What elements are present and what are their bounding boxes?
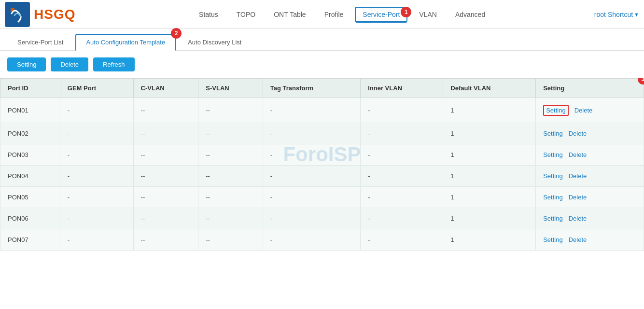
cell-default-vlan: 1 [443, 144, 536, 166]
table-row: PON03 - -- -- - - 1 Setting Delete [0, 144, 644, 166]
tab-service-port-list[interactable]: Service-Port List [7, 34, 73, 50]
table-row: PON06 - -- -- - - 1 Setting Delete [0, 208, 644, 229]
row-setting-link[interactable]: Setting [543, 194, 562, 201]
nav-item-advanced[interactable]: Advanced [448, 8, 492, 21]
row-setting-link[interactable]: Setting [543, 172, 562, 180]
cell-default-vlan: 1 [443, 229, 536, 251]
cell-tag-transform: - [263, 144, 360, 166]
nav-root[interactable]: root [594, 11, 606, 18]
cell-tag-transform: - [263, 208, 360, 229]
cell-gem-port: - [60, 144, 133, 166]
setting-button[interactable]: Setting [7, 57, 46, 71]
badge-3: 3 [638, 78, 644, 84]
cell-c-vlan: -- [133, 144, 198, 166]
cell-port-id: PON03 [0, 144, 60, 166]
cell-gem-port: - [60, 187, 133, 208]
nav-item-service-port-wrap: Service-Port 1 [355, 11, 407, 18]
row-setting-link[interactable]: Setting [543, 130, 562, 137]
row-delete-link[interactable]: Delete [569, 215, 587, 222]
cell-port-id: PON07 [0, 229, 60, 251]
pon-table: Port ID GEM Port C-VLAN S-VLAN Tag Trans… [0, 78, 644, 251]
row-setting-link[interactable]: Setting [546, 107, 565, 114]
col-tag-transform: Tag Transform [263, 79, 360, 98]
chevron-down-icon: ▼ [634, 12, 639, 17]
row-delete-link[interactable]: Delete [574, 107, 593, 114]
nav-item-status[interactable]: Status [192, 8, 225, 21]
cell-gem-port: - [60, 166, 133, 187]
cell-s-vlan: -- [198, 144, 263, 166]
table-row: PON01 - -- -- - - 1 Setting Delete [0, 98, 644, 123]
cell-setting-actions: Setting Delete [536, 187, 644, 208]
shortcut-label: Shortcut [608, 11, 633, 18]
row-setting-link[interactable]: Setting [543, 236, 562, 243]
cell-c-vlan: -- [133, 187, 198, 208]
cell-tag-transform: - [263, 187, 360, 208]
table-row: PON05 - -- -- - - 1 Setting Delete [0, 187, 644, 208]
tab-auto-config-template[interactable]: Auto Configuration Template 2 [75, 34, 176, 51]
refresh-button[interactable]: Refresh [93, 57, 135, 71]
nav-item-ont-table[interactable]: ONT Table [267, 8, 312, 21]
cell-port-id: PON06 [0, 208, 60, 229]
table-header-row: Port ID GEM Port C-VLAN S-VLAN Tag Trans… [0, 79, 644, 98]
cell-s-vlan: -- [198, 229, 263, 251]
cell-s-vlan: -- [198, 123, 263, 144]
cell-c-vlan: -- [133, 208, 198, 229]
header: HSGQ Status TOPO ONT Table Profile Servi… [0, 0, 644, 29]
cell-s-vlan: -- [198, 208, 263, 229]
cell-inner-vlan: - [361, 208, 443, 229]
cell-s-vlan: -- [198, 98, 263, 123]
table-row: PON07 - -- -- - - 1 Setting Delete [0, 229, 644, 251]
logo-text: HSGQ [34, 7, 75, 22]
cell-gem-port: - [60, 98, 133, 123]
col-port-id: Port ID [0, 79, 60, 98]
cell-inner-vlan: - [361, 144, 443, 166]
row-setting-link[interactable]: Setting [543, 151, 562, 158]
cell-gem-port: - [60, 208, 133, 229]
cell-inner-vlan: - [361, 187, 443, 208]
col-s-vlan: S-VLAN [198, 79, 263, 98]
col-gem-port: GEM Port [60, 79, 133, 98]
cell-c-vlan: -- [133, 229, 198, 251]
cell-c-vlan: -- [133, 166, 198, 187]
row-delete-link[interactable]: Delete [569, 130, 587, 137]
delete-button[interactable]: Delete [51, 57, 88, 71]
nav-shortcut[interactable]: Shortcut ▼ [608, 11, 639, 18]
cell-s-vlan: -- [198, 166, 263, 187]
nav-item-profile[interactable]: Profile [318, 8, 350, 21]
badge-1: 1 [401, 7, 411, 17]
col-default-vlan: Default VLAN [443, 79, 536, 98]
cell-port-id: PON02 [0, 123, 60, 144]
cell-s-vlan: -- [198, 187, 263, 208]
row-delete-link[interactable]: Delete [569, 194, 587, 201]
cell-tag-transform: - [263, 123, 360, 144]
row-delete-link[interactable]: Delete [569, 236, 587, 243]
row-delete-link[interactable]: Delete [569, 172, 587, 180]
action-bar: Setting Delete Refresh [0, 51, 644, 78]
cell-gem-port: - [60, 123, 133, 144]
nav-item-vlan[interactable]: VLAN [412, 8, 444, 21]
tabs-bar: Service-Port List Auto Configuration Tem… [0, 29, 644, 51]
cell-inner-vlan: - [361, 98, 443, 123]
cell-setting-actions: Setting Delete [536, 208, 644, 229]
cell-default-vlan: 1 [443, 123, 536, 144]
cell-inner-vlan: - [361, 123, 443, 144]
cell-default-vlan: 1 [443, 208, 536, 229]
cell-default-vlan: 1 [443, 166, 536, 187]
cell-port-id: PON05 [0, 187, 60, 208]
table-row: PON04 - -- -- - - 1 Setting Delete [0, 166, 644, 187]
cell-port-id: PON01 [0, 98, 60, 123]
table-container: Port ID GEM Port C-VLAN S-VLAN Tag Trans… [0, 78, 644, 251]
nav-item-topo[interactable]: TOPO [230, 8, 262, 21]
row-delete-link[interactable]: Delete [569, 151, 587, 158]
cell-c-vlan: -- [133, 98, 198, 123]
row-setting-link[interactable]: Setting [543, 215, 562, 222]
nav-item-service-port[interactable]: Service-Port [355, 7, 407, 22]
cell-setting-actions: Setting Delete [536, 144, 644, 166]
cell-inner-vlan: - [361, 229, 443, 251]
cell-setting-actions: Setting Delete [536, 166, 644, 187]
nav-right: root Shortcut ▼ [594, 11, 639, 18]
cell-port-id: PON04 [0, 166, 60, 187]
cell-default-vlan: 1 [443, 187, 536, 208]
cell-inner-vlan: - [361, 166, 443, 187]
tab-auto-discovery-list[interactable]: Auto Discovery List [178, 34, 252, 50]
